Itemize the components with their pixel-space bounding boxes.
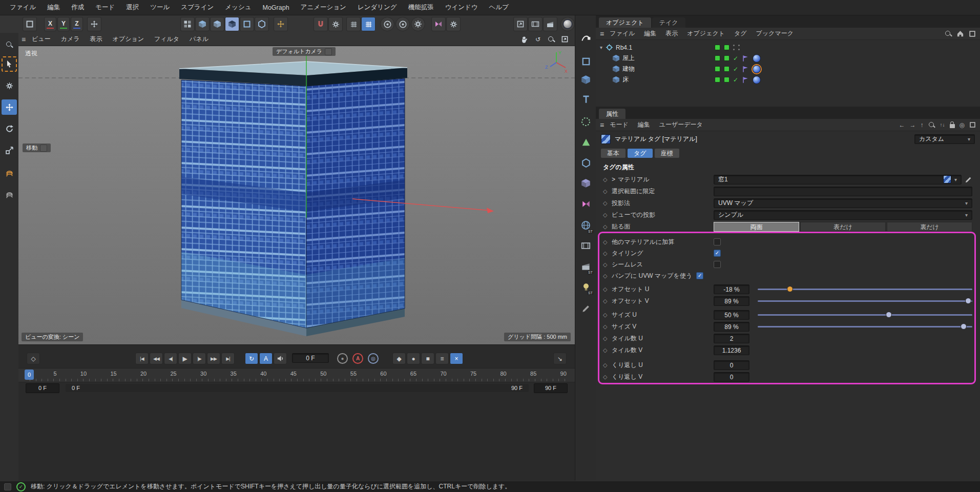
menu-tools[interactable]: ツール xyxy=(144,3,175,12)
visibility-dots-icon[interactable] xyxy=(738,45,740,50)
snap-settings-gear-icon[interactable] xyxy=(328,17,343,31)
vp-menu-panel[interactable]: パネル xyxy=(184,35,214,44)
edit-pencil-icon[interactable] xyxy=(965,176,972,183)
light-object-icon[interactable]: ST xyxy=(578,279,594,295)
spline-pen-icon[interactable] xyxy=(578,30,594,46)
environment-object-icon[interactable]: ST xyxy=(578,217,594,233)
offset-v-field[interactable]: 89 % xyxy=(714,296,749,306)
tree-row-rb41[interactable]: ▾ Rb4.1 xyxy=(596,42,980,53)
chevron-down-icon[interactable]: ▾ xyxy=(954,175,957,184)
menu-file[interactable]: ファイル xyxy=(4,3,41,12)
goto-end-button[interactable]: ▶| xyxy=(221,353,235,364)
view-projection-dropdown[interactable]: シンプル ▾ xyxy=(714,210,972,220)
live-selection-tool[interactable] xyxy=(2,56,17,72)
material-sphere-icon[interactable] xyxy=(560,17,575,31)
offset-v-slider[interactable] xyxy=(758,296,972,306)
material-link-field[interactable]: 窓1 ▾ xyxy=(714,175,962,184)
tweak-tool[interactable] xyxy=(2,78,17,93)
tiles-v-field[interactable]: 1.1236 xyxy=(714,345,749,355)
render-region-icon[interactable] xyxy=(528,17,543,31)
object-name[interactable]: 屋上 xyxy=(622,54,635,63)
enabled-check-icon[interactable]: ✓ xyxy=(733,66,738,73)
enabled-check-icon[interactable]: ✓ xyxy=(733,55,738,62)
repeat-v-field[interactable]: 0 xyxy=(714,372,749,382)
viewport-frame-icon[interactable] xyxy=(513,17,528,31)
next-frame-button[interactable]: |▶ xyxy=(193,353,206,364)
layer-square-icon[interactable] xyxy=(724,55,729,61)
om-menu-file[interactable]: ファイル xyxy=(605,29,639,38)
building-3d-model[interactable] xyxy=(179,61,407,336)
object-mode-icon[interactable] xyxy=(210,17,224,31)
lock-icon[interactable] xyxy=(950,124,955,128)
current-frame-field[interactable]: 0 F xyxy=(292,353,329,363)
phong-tag-icon[interactable] xyxy=(742,55,749,62)
snap-magnet-icon[interactable] xyxy=(314,17,328,31)
tree-row-tatemono[interactable]: 建物 ✓ xyxy=(596,64,980,74)
om-menu-bookmarks[interactable]: ブックマーク xyxy=(752,29,798,38)
history-back-icon[interactable]: ← xyxy=(899,121,905,129)
object-name[interactable]: 床 xyxy=(622,75,629,84)
tab-takes[interactable]: テイク xyxy=(652,17,685,28)
subdivision-surface-icon[interactable] xyxy=(578,114,594,130)
projection-dropdown[interactable]: UVW マップ ▾ xyxy=(714,198,972,208)
render-settings-icon[interactable] xyxy=(411,17,425,31)
layer-square-icon[interactable] xyxy=(715,77,720,83)
tab-tag[interactable]: タグ xyxy=(628,149,653,158)
quantize-enabled-icon[interactable] xyxy=(361,17,376,31)
menu-select[interactable]: 選択 xyxy=(120,3,144,12)
scale-tool[interactable] xyxy=(2,142,17,158)
tab-attributes[interactable]: 属性 xyxy=(599,109,625,119)
loop-playback-button[interactable]: ↻ xyxy=(245,353,258,364)
attr-menu-edit[interactable]: 編集 xyxy=(633,120,655,129)
spline-coil-tool[interactable] xyxy=(2,166,17,181)
visibility-dots-icon[interactable] xyxy=(733,45,735,50)
previous-frame-button[interactable]: ◀| xyxy=(164,353,177,364)
play-button[interactable]: ▶ xyxy=(178,353,192,364)
tab-coordinates[interactable]: 座標 xyxy=(655,149,679,158)
expander-icon[interactable]: > xyxy=(612,176,615,183)
object-name[interactable]: Rb4.1 xyxy=(616,44,632,51)
menu-create[interactable]: 作成 xyxy=(66,3,90,12)
render-picture-viewer-icon[interactable] xyxy=(395,17,410,31)
menu-window[interactable]: ウインドウ xyxy=(440,3,484,12)
menu-render[interactable]: レンダリング xyxy=(352,3,403,12)
history-forward-icon[interactable]: → xyxy=(910,121,916,129)
viewport-menu-icon[interactable]: ≡ xyxy=(22,35,26,44)
coordinate-system-icon[interactable] xyxy=(87,17,101,31)
om-menu-edit[interactable]: 編集 xyxy=(639,29,661,38)
tree-row-yuka[interactable]: 床 ✓ xyxy=(596,74,980,85)
om-menu-icon[interactable]: ≡ xyxy=(600,30,604,38)
timeline-ruler[interactable]: 0 0510 152025 303540 455055 606570 75808… xyxy=(18,368,575,382)
restrict-selection-field[interactable] xyxy=(714,187,972,196)
attr-menu-icon[interactable]: ≡ xyxy=(600,121,604,129)
plane-object-icon[interactable] xyxy=(578,53,594,69)
offset-u-slider[interactable] xyxy=(758,284,972,294)
play-sound-quantize-button[interactable]: A xyxy=(259,353,273,364)
menu-edit[interactable]: 編集 xyxy=(41,3,66,12)
om-menu-view[interactable]: 表示 xyxy=(661,29,682,38)
points-mode-icon[interactable] xyxy=(255,17,269,31)
pan-view-icon[interactable] xyxy=(519,34,530,45)
deformer-coil-tool[interactable] xyxy=(2,188,17,203)
menu-extensions[interactable]: 機能拡張 xyxy=(403,3,440,12)
om-menu-tags[interactable]: タグ xyxy=(729,29,752,38)
om-layout-icon[interactable] xyxy=(969,30,976,37)
viewport-search-icon[interactable] xyxy=(2,37,17,52)
rotate-view-icon[interactable]: ↺ xyxy=(533,34,543,45)
quantize-icon[interactable] xyxy=(346,17,361,31)
tree-expander-icon[interactable]: ▾ xyxy=(600,45,602,50)
vp-menu-options[interactable]: オプション xyxy=(108,35,149,44)
autokey-button[interactable]: A xyxy=(352,353,363,364)
keyframe-diamond-button[interactable]: ◇ xyxy=(27,353,40,364)
tab-basic[interactable]: 基本 xyxy=(601,149,625,158)
model-mode-icon[interactable] xyxy=(195,17,210,31)
timeline-playhead[interactable]: 0 xyxy=(25,370,34,380)
lock-y-axis-button[interactable]: Y xyxy=(57,17,70,31)
lock-x-axis-button[interactable]: X xyxy=(44,17,56,31)
key-scale-button[interactable]: ● xyxy=(407,353,420,364)
menu-help[interactable]: ヘルプ xyxy=(484,3,514,12)
menu-animation[interactable]: アニメーション xyxy=(295,3,352,12)
maximize-view-icon[interactable] xyxy=(559,34,570,45)
axis-modification-icon[interactable] xyxy=(274,17,288,31)
key-position-button[interactable]: ◆ xyxy=(392,353,406,364)
